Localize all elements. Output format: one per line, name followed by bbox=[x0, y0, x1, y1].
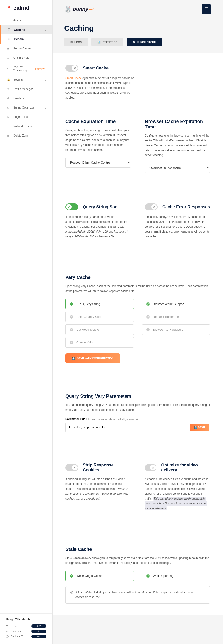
browser-cache-select[interactable]: Override: Do not cache bbox=[145, 163, 210, 173]
smart-cache-title: Smart Cache bbox=[83, 66, 108, 70]
grid-icon: ⊞ bbox=[7, 47, 10, 50]
strip-cookies-section: ✕ Strip Response Cookies If enabled, bun… bbox=[65, 463, 131, 516]
qs-vary-section: Query String Vary Parameters You can use… bbox=[65, 394, 210, 432]
stale-title: Stale Cache bbox=[65, 546, 210, 552]
swap-icon: ⇄ bbox=[7, 97, 10, 100]
cache-exp-title: Cache Expiration Time bbox=[65, 119, 131, 124]
logs-icon: ▤ bbox=[70, 40, 73, 44]
strip-title: Strip Response Cookies bbox=[83, 463, 131, 472]
qs-sort-toggle[interactable]: ✓ bbox=[65, 204, 78, 210]
save-params-button[interactable]: 💾 SAVE bbox=[190, 424, 209, 431]
nav-caching-general[interactable]: 🗄General bbox=[0, 34, 52, 44]
strip-cookies-toggle[interactable]: ✕ bbox=[65, 464, 78, 471]
stale-chip-offline[interactable]: ✓While Origin Offline bbox=[65, 570, 134, 581]
nav-caching[interactable]: 🗄Caching bbox=[0, 25, 52, 34]
usage-panel: Usage This Month ⫍Traffic0 KB ⬇Requests0… bbox=[0, 614, 52, 644]
info-icon: ⓘ bbox=[70, 590, 73, 600]
circle-icon: ◯ bbox=[6, 635, 9, 638]
vary-chip-desktop-mobile[interactable]: ✕Desktop / Mobile bbox=[65, 324, 134, 335]
nav-general[interactable]: ≡General bbox=[0, 16, 52, 25]
menu-button[interactable]: ☰ bbox=[201, 4, 211, 14]
target-icon: ◎ bbox=[7, 88, 10, 91]
nav-request-coalescing[interactable]: ≡Request Coalescing(Preview) bbox=[0, 62, 52, 75]
tab-statistics[interactable]: 📊STATISTICS bbox=[91, 38, 123, 46]
nav-delete-zone[interactable]: 🗑Delete Zone bbox=[0, 131, 52, 140]
smart-cache-link[interactable]: Smart Cache bbox=[65, 76, 82, 80]
param-list-input[interactable] bbox=[66, 423, 189, 432]
vary-chip-webp[interactable]: ✓Browser WebP Support bbox=[142, 299, 210, 309]
list-icon: ≡ bbox=[7, 19, 10, 22]
tab-purge-cache[interactable]: ↻PURGE CACHE bbox=[127, 38, 162, 46]
vary-cache-section: Vary Cache By enabling Vary Cache, each … bbox=[65, 275, 210, 363]
nav-perma-cache[interactable]: ⊞Perma-Cache bbox=[0, 44, 52, 53]
cache-exp-select[interactable]: Respect Origin Cache-Control bbox=[65, 158, 131, 168]
shield-icon: ⛨ bbox=[7, 56, 10, 59]
ban-icon: ⊘ bbox=[7, 125, 10, 128]
usage-requests-value: 0 bbox=[31, 630, 46, 633]
chart-icon: ⫍ bbox=[6, 625, 9, 628]
qs-sort-section: ✓ Query String Sort If enabled, the quer… bbox=[65, 204, 131, 244]
stale-chip-updating[interactable]: ✓While Updating bbox=[142, 570, 210, 581]
cache-icon: 🗄 bbox=[8, 38, 11, 40]
sidebar: calind ≡General 🗄Caching 🗄General ⊞Perma… bbox=[0, 0, 53, 644]
cache-err-toggle[interactable]: ✕ bbox=[145, 204, 158, 210]
vary-chip-hostname[interactable]: ✕Request Hostname bbox=[142, 312, 210, 322]
smart-cache-toggle[interactable]: ✕ bbox=[65, 64, 78, 72]
stats-icon: 📊 bbox=[97, 40, 101, 44]
trash-icon: 🗑 bbox=[7, 134, 10, 137]
list-icon: ≡ bbox=[7, 67, 9, 70]
stale-info: ⓘIf Stale While Updating is enabled, cac… bbox=[65, 586, 210, 604]
usage-traffic-value: 0 KB bbox=[31, 624, 46, 628]
browser-cache-section: Browser Cache Expiration Time Configure … bbox=[145, 119, 210, 173]
nav-bunny-optimizer[interactable]: ⚙Bunny Optimizer bbox=[0, 103, 52, 112]
nav-headers[interactable]: ⇄Headers bbox=[0, 94, 52, 103]
smart-cache-section: ✕ Smart Cache Smart Cache dynamically se… bbox=[65, 64, 210, 100]
cache-err-section: ✕ Cache Error Responses If enabled, bunn… bbox=[145, 204, 210, 244]
diamond-icon: ◈ bbox=[7, 116, 10, 118]
nav-network-limits[interactable]: ⊘Network Limits bbox=[0, 122, 52, 131]
tabs: ▤LOGS 📊STATISTICS ↻PURGE CACHE bbox=[53, 32, 223, 53]
nav-traffic-manager[interactable]: ◎Traffic Manager bbox=[0, 84, 52, 94]
vary-chip-country[interactable]: ✕User Country Code bbox=[65, 312, 134, 322]
site-name: calind bbox=[0, 0, 52, 16]
nav-security[interactable]: 🔒Security bbox=[0, 75, 52, 84]
vary-chip-url-qs[interactable]: ✓URL Query String bbox=[65, 299, 134, 309]
main-content: bunny.net ☰ Caching ▤LOGS 📊STATISTICS ↻P… bbox=[53, 0, 223, 644]
save-vary-button[interactable]: 💾SAVE VARY CONFIGURATION bbox=[65, 354, 120, 363]
vary-chip-cookie[interactable]: ✕Cookie Value bbox=[65, 337, 134, 348]
cache-err-title: Cache Error Responses bbox=[162, 204, 210, 210]
gear-icon: ⚙ bbox=[7, 106, 10, 109]
nav-edge-rules[interactable]: ◈Edge Rules bbox=[0, 112, 52, 122]
usage-title: Usage This Month bbox=[6, 618, 46, 621]
video-opt-toggle[interactable]: ✕ bbox=[145, 464, 156, 471]
tab-logs[interactable]: ▤LOGS bbox=[64, 38, 88, 46]
video-title: Optimize for video delivery bbox=[161, 463, 210, 472]
qs-vary-title: Query String Vary Parameters bbox=[65, 394, 210, 399]
preview-badge: (Preview) bbox=[35, 67, 45, 70]
save-icon: 💾 bbox=[72, 357, 75, 360]
topbar: bunny.net ☰ bbox=[53, 0, 223, 18]
usage-cachehit-value: 0% bbox=[31, 635, 46, 638]
video-opt-section: ✕ Optimize for video delivery If enabled… bbox=[145, 463, 210, 516]
refresh-icon: ↻ bbox=[133, 40, 135, 44]
browser-cache-title: Browser Cache Expiration Time bbox=[145, 119, 210, 130]
vary-title: Vary Cache bbox=[65, 275, 210, 280]
nav-origin-shield[interactable]: ⛨Origin Shield bbox=[0, 53, 52, 62]
download-icon: ⬇ bbox=[6, 630, 8, 632]
lock-icon: 🔒 bbox=[7, 78, 10, 81]
page-title: Caching bbox=[53, 18, 223, 32]
logo: bunny.net bbox=[64, 6, 94, 13]
cache-expiration-section: Cache Expiration Time Configure how long… bbox=[65, 119, 131, 173]
stale-cache-section: Stale Cache Stale Cache delivery allows … bbox=[65, 546, 210, 604]
cache-icon: 🗄 bbox=[8, 28, 11, 31]
qs-sort-title: Query String Sort bbox=[83, 204, 118, 210]
vary-chip-avif[interactable]: ✕Browser AVIF Support bbox=[142, 324, 210, 335]
